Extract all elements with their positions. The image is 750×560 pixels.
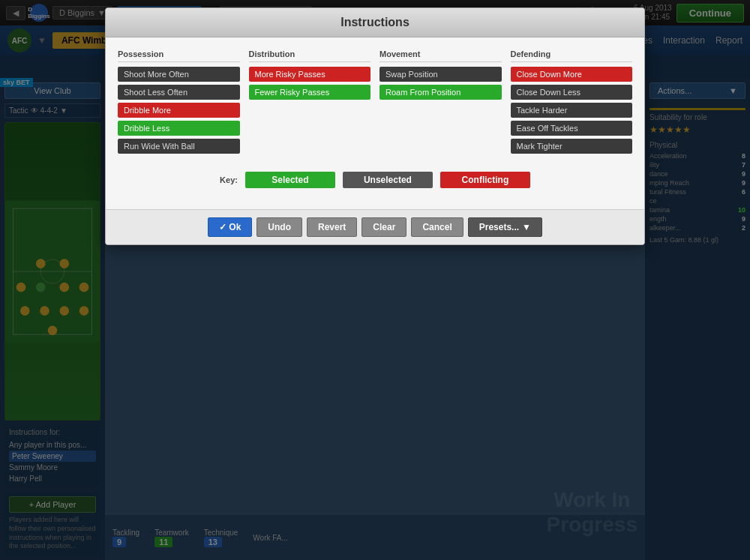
more-risky-passes-btn[interactable]: More Risky Passes xyxy=(249,67,371,82)
ease-off-tackles-btn[interactable]: Ease Off Tackles xyxy=(511,121,633,136)
modal-columns: Possession Shoot More Often Shoot Less O… xyxy=(118,49,632,157)
distribution-column: Distribution More Risky Passes Fewer Ris… xyxy=(249,49,371,157)
defending-header: Defending xyxy=(511,49,633,62)
ok-button[interactable]: ✓ Ok xyxy=(208,217,252,237)
mark-tighter-btn[interactable]: Mark Tighter xyxy=(511,139,633,154)
movement-header: Movement xyxy=(380,49,502,62)
possession-column: Possession Shoot More Often Shoot Less O… xyxy=(118,49,240,157)
cancel-button[interactable]: Cancel xyxy=(411,217,463,237)
modal-footer: ✓ Ok Undo Revert Clear Cancel Presets...… xyxy=(106,209,644,244)
presets-button[interactable]: Presets... ▼ xyxy=(468,217,542,237)
modal-title: Instructions xyxy=(340,16,410,28)
instructions-modal: Instructions Possession Shoot More Often… xyxy=(105,7,645,245)
dribble-less-btn[interactable]: Dribble Less xyxy=(118,121,240,136)
movement-column: Movement Swap Position Roam From Positio… xyxy=(380,49,502,157)
modal-header: Instructions xyxy=(106,8,644,37)
presets-dropdown-icon: ▼ xyxy=(522,222,531,232)
tackle-harder-btn[interactable]: Tackle Harder xyxy=(511,103,633,118)
dribble-more-btn[interactable]: Dribble More xyxy=(118,103,240,118)
modal-body: Possession Shoot More Often Shoot Less O… xyxy=(106,37,644,209)
run-wide-btn[interactable]: Run Wide With Ball xyxy=(118,139,240,154)
modal-overlay: Instructions Possession Shoot More Often… xyxy=(0,0,750,560)
key-unselected: Unselected xyxy=(343,172,433,188)
revert-button[interactable]: Revert xyxy=(307,217,357,237)
clear-button[interactable]: Clear xyxy=(362,217,406,237)
fewer-risky-passes-btn[interactable]: Fewer Risky Passes xyxy=(249,85,371,100)
defending-column: Defending Close Down More Close Down Les… xyxy=(511,49,633,157)
swap-position-btn[interactable]: Swap Position xyxy=(380,67,502,82)
key-row: Key: Selected Unselected Conflicting xyxy=(118,172,632,188)
undo-button[interactable]: Undo xyxy=(256,217,302,237)
possession-header: Possession xyxy=(118,49,240,62)
shoot-less-often-btn[interactable]: Shoot Less Often xyxy=(118,85,240,100)
key-conflicting: Conflicting xyxy=(440,172,530,188)
shoot-more-often-btn[interactable]: Shoot More Often xyxy=(118,67,240,82)
key-selected: Selected xyxy=(245,172,335,188)
distribution-header: Distribution xyxy=(249,49,371,62)
close-down-more-btn[interactable]: Close Down More xyxy=(511,67,633,82)
roam-from-position-btn[interactable]: Roam From Position xyxy=(380,85,502,100)
key-label: Key: xyxy=(220,175,238,184)
close-down-less-btn[interactable]: Close Down Less xyxy=(511,85,633,100)
